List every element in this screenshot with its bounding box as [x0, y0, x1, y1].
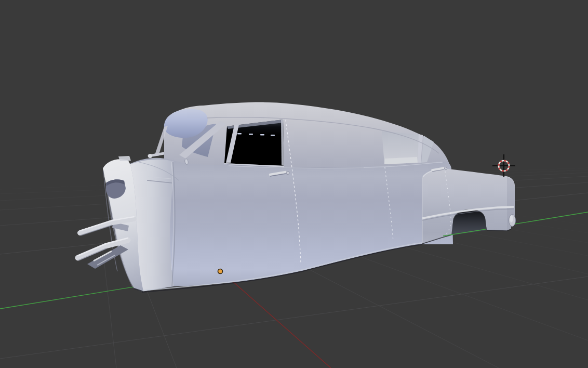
- rear-bumper-guard: [509, 215, 516, 227]
- object-origin-dot: [218, 269, 223, 274]
- 3d-viewport[interactable]: [0, 0, 588, 368]
- viewport-canvas[interactable]: [0, 0, 588, 368]
- front-door-window: [224, 120, 284, 168]
